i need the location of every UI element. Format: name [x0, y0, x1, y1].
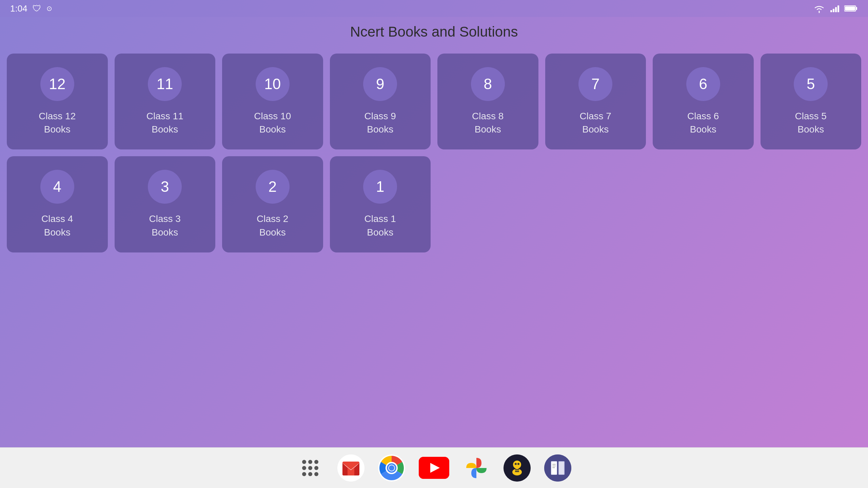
- class-grid-row2: 4 Class 4Books 3 Class 3Books 2 Class 2B…: [7, 156, 861, 252]
- svg-point-19: [544, 454, 571, 482]
- wifi-icon: [813, 4, 825, 13]
- svg-rect-23: [559, 462, 564, 474]
- class-1-number: 1: [376, 178, 384, 195]
- header: Ncert Books and Solutions: [0, 17, 868, 43]
- class-1-circle: 1: [363, 170, 397, 204]
- class-7-label: Class 7Books: [580, 109, 611, 136]
- taskbar: [0, 447, 868, 488]
- class-grid-row1: 12 Class 12Books 11 Class 11Books 10 Cla…: [7, 54, 861, 149]
- svg-rect-1: [856, 7, 857, 10]
- status-left: 1:04 🛡 ⊙: [10, 3, 52, 14]
- class-11-card[interactable]: 11 Class 11Books: [115, 54, 216, 149]
- class-8-number: 8: [484, 76, 492, 93]
- class-10-card[interactable]: 10 Class 10Books: [222, 54, 323, 149]
- class-5-label: Class 5Books: [795, 109, 827, 136]
- gmail-icon[interactable]: [337, 454, 364, 482]
- class-9-card[interactable]: 9 Class 9Books: [330, 54, 431, 149]
- gmail-svg: [337, 454, 364, 482]
- class-5-card[interactable]: 5 Class 5Books: [761, 54, 862, 149]
- apps-grid-icon[interactable]: [297, 454, 324, 482]
- youtube-svg: [419, 457, 449, 479]
- class-6-card[interactable]: 6 Class 6Books: [653, 54, 754, 149]
- svg-point-17: [515, 463, 517, 465]
- status-right: [813, 4, 858, 13]
- class-5-number: 5: [807, 76, 815, 93]
- class-1-label: Class 1Books: [364, 212, 396, 239]
- class-2-label: Class 2Books: [257, 212, 288, 239]
- class-2-circle: 2: [256, 170, 290, 204]
- class-4-number: 4: [53, 178, 61, 195]
- class-9-circle: 9: [363, 67, 397, 101]
- class-2-number: 2: [269, 178, 277, 195]
- class-7-number: 7: [591, 76, 599, 93]
- class-10-circle: 10: [256, 67, 290, 101]
- youtube-icon[interactable]: [419, 457, 449, 479]
- main-content: 12 Class 12Books 11 Class 11Books 10 Cla…: [0, 43, 868, 447]
- class-10-label: Class 10Books: [254, 109, 291, 136]
- class-3-label: Class 3Books: [149, 212, 181, 239]
- class-6-number: 6: [699, 76, 707, 93]
- svg-rect-26: [552, 467, 555, 468]
- class-6-circle: 6: [686, 67, 720, 101]
- class-9-number: 9: [376, 76, 384, 93]
- class-8-label: Class 8Books: [472, 109, 504, 136]
- class-4-label: Class 4Books: [41, 212, 73, 239]
- photos-svg: [463, 454, 490, 482]
- signal-icon: [830, 5, 839, 12]
- status-bar: 1:04 🛡 ⊙: [0, 0, 868, 17]
- photos-icon[interactable]: [463, 454, 490, 482]
- class-3-card[interactable]: 3 Class 3Books: [115, 156, 216, 252]
- class-11-label: Class 11Books: [146, 109, 183, 136]
- class-12-number: 12: [49, 76, 65, 93]
- shield-icon: 🛡: [33, 3, 41, 14]
- svg-rect-2: [845, 6, 855, 11]
- class-3-circle: 3: [148, 170, 182, 204]
- svg-point-9: [389, 465, 394, 471]
- svg-rect-15: [515, 469, 519, 470]
- svg-point-13: [513, 461, 521, 469]
- circle-icon: ⊙: [46, 4, 52, 13]
- class-12-circle: 12: [40, 67, 74, 101]
- class-5-circle: 5: [794, 67, 828, 101]
- class-3-number: 3: [161, 178, 169, 195]
- grid-dots: [302, 460, 318, 476]
- class-7-circle: 7: [578, 67, 612, 101]
- svg-point-18: [517, 463, 519, 465]
- class-8-circle: 8: [471, 67, 505, 101]
- books-app-svg: [544, 454, 571, 482]
- class-7-card[interactable]: 7 Class 7Books: [545, 54, 646, 149]
- class-4-circle: 4: [40, 170, 74, 204]
- class-12-label: Class 12Books: [39, 109, 76, 136]
- class-4-card[interactable]: 4 Class 4Books: [7, 156, 108, 252]
- class-2-card[interactable]: 2 Class 2Books: [222, 156, 323, 252]
- chrome-icon[interactable]: [378, 454, 405, 482]
- clock: 1:04: [10, 3, 27, 14]
- ncert-svg: [504, 454, 531, 482]
- class-11-number: 11: [157, 76, 173, 93]
- class-12-card[interactable]: 12 Class 12Books: [7, 54, 108, 149]
- class-10-number: 10: [264, 76, 281, 93]
- battery-icon: [844, 5, 858, 12]
- class-11-circle: 11: [148, 67, 182, 101]
- page-title: Ncert Books and Solutions: [0, 24, 868, 40]
- class-6-label: Class 6Books: [687, 109, 719, 136]
- svg-rect-16: [515, 471, 519, 472]
- class-9-label: Class 9Books: [364, 109, 396, 136]
- ncert-icon[interactable]: [504, 454, 531, 482]
- class-1-card[interactable]: 1 Class 1Books: [330, 156, 431, 252]
- chrome-svg: [378, 454, 405, 482]
- books-app-icon[interactable]: [544, 454, 571, 482]
- class-8-card[interactable]: 8 Class 8Books: [437, 54, 538, 149]
- svg-rect-25: [552, 466, 556, 466]
- svg-rect-24: [552, 464, 556, 465]
